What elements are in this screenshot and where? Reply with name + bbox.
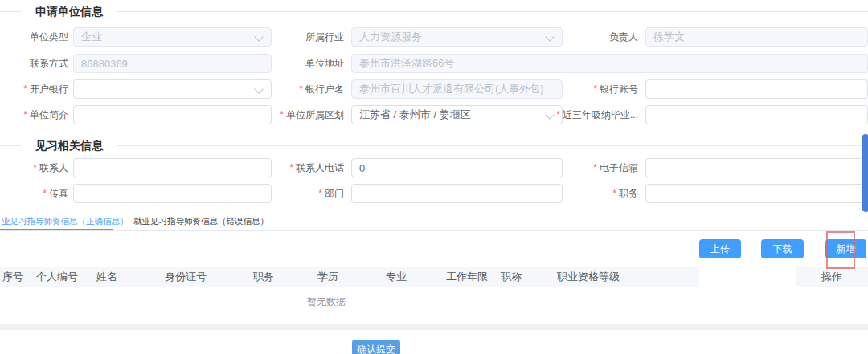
tab-mentor-info-correct[interactable]: 业见习指导师资信息（正确信息） (2, 212, 129, 230)
vertical-scrollbar-thumb[interactable] (862, 134, 868, 212)
address-label: 单位地址 (233, 54, 344, 73)
col-header-education: 学历 (317, 267, 338, 287)
section-title-internship-info: 见习相关信息 (21, 137, 117, 153)
bank-label: *开户银行 (0, 79, 68, 99)
intro-label: *单位简介 (0, 105, 68, 124)
required-mark: * (612, 188, 616, 199)
required-mark: * (593, 162, 597, 173)
col-header-name: 姓名 (96, 267, 117, 287)
department-label: *部门 (233, 184, 344, 203)
required-mark: * (556, 109, 560, 120)
col-header-title: 职称 (501, 267, 522, 287)
address-input (351, 54, 868, 73)
industry-label: 所属行业 (233, 27, 344, 47)
region-label: *单位所属区划 (233, 105, 344, 124)
section-divider (0, 145, 868, 146)
application-form-page: 申请单位信息 单位类型 企业 所属行业 人力资源服务 负责人 联系方式 单位地址… (0, 0, 868, 354)
email-input[interactable] (645, 158, 868, 177)
contact-phone-label: *联系人电话 (233, 158, 344, 177)
industry-value: 人力资源服务 (359, 28, 422, 46)
col-header-duty: 职务 (253, 267, 274, 287)
graduates-input[interactable] (645, 105, 868, 124)
contact-person-label: *联系人 (0, 158, 68, 177)
tab-mentor-info-wrong[interactable]: 就业见习指导师资信息（错误信息） (133, 212, 268, 230)
section-divider (0, 11, 868, 12)
download-button[interactable]: 下载 (761, 239, 804, 258)
required-mark: * (23, 109, 27, 120)
table-header-action: 操作 (796, 267, 868, 287)
col-header-id-card: 身份证号 (165, 267, 207, 287)
position-input[interactable] (645, 184, 868, 203)
required-mark: * (43, 188, 47, 199)
table-empty-text: 暂无数据 (0, 295, 653, 309)
col-header-work-years: 工作年限 (446, 267, 488, 287)
section-title-unit-info: 申请单位信息 (21, 3, 117, 19)
graduates-label: *近三年吸纳毕业... (490, 105, 638, 124)
upload-button[interactable]: 上传 (699, 239, 741, 258)
bank-no-label: *银行账号 (490, 79, 638, 99)
horizontal-scrollbar[interactable] (0, 324, 868, 330)
required-mark: * (289, 162, 293, 173)
confirm-submit-button[interactable]: 确认提交 (352, 340, 400, 354)
fax-label: *传真 (0, 184, 68, 203)
unit-type-label: 单位类型 (0, 27, 68, 47)
required-mark: * (23, 83, 27, 95)
leader-label: 负责人 (490, 27, 638, 47)
bank-no-input[interactable] (645, 79, 868, 99)
position-label: *职务 (490, 184, 638, 203)
col-header-qualification: 职业资格等级 (557, 267, 620, 287)
unit-type-value: 企业 (81, 28, 102, 46)
required-mark: * (280, 109, 284, 120)
required-mark: * (33, 162, 37, 173)
table-header: 序号 个人编号 姓名 身份证号 职务 学历 专业 工作年限 职称 职业资格等级 (0, 267, 699, 287)
leader-input (645, 27, 868, 47)
tabs-bottom-border (0, 230, 868, 231)
required-mark: * (318, 188, 322, 199)
col-header-seq: 序号 (2, 267, 23, 287)
col-header-action: 操作 (821, 267, 842, 287)
email-label: *电子信箱 (490, 158, 638, 177)
col-header-major: 专业 (386, 267, 407, 287)
required-mark: * (299, 83, 303, 95)
required-mark: * (593, 83, 597, 95)
bank-name-label: *银行户名 (233, 79, 344, 99)
col-header-person-no: 个人编号 (36, 267, 78, 287)
table-bottom-border (0, 319, 868, 319)
add-button[interactable]: 新增 (825, 239, 866, 258)
region-value: 江苏省 / 泰州市 / 姜堰区 (359, 106, 471, 124)
contact-label: 联系方式 (0, 54, 68, 73)
